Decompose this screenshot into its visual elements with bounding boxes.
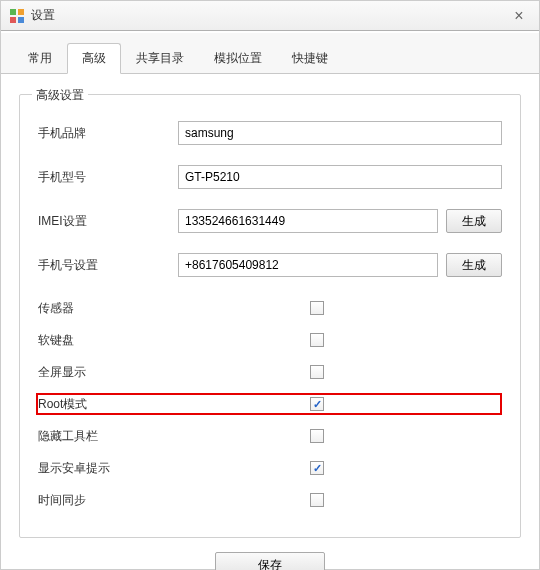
svg-rect-0 <box>10 9 16 15</box>
tab-advanced[interactable]: 高级 <box>67 43 121 74</box>
tab-shortcuts[interactable]: 快捷键 <box>277 43 343 73</box>
row-fullscreen: 全屏显示 <box>38 361 502 383</box>
tab-common[interactable]: 常用 <box>13 43 67 73</box>
row-imei: IMEI设置 生成 <box>38 209 502 233</box>
footer: 保存 <box>19 538 521 570</box>
checkbox-fullscreen[interactable] <box>310 365 324 379</box>
checkbox-android-tips[interactable] <box>310 461 324 475</box>
label-phone: 手机号设置 <box>38 257 178 274</box>
input-brand[interactable] <box>178 121 502 145</box>
svg-rect-3 <box>18 17 24 23</box>
checkbox-sensor[interactable] <box>310 301 324 315</box>
input-imei[interactable] <box>178 209 438 233</box>
row-phone: 手机号设置 生成 <box>38 253 502 277</box>
label-root: Root模式 <box>38 396 310 413</box>
tab-bar: 常用 高级 共享目录 模拟位置 快捷键 <box>1 33 539 74</box>
tab-shared-dir[interactable]: 共享目录 <box>121 43 199 73</box>
checkbox-time-sync[interactable] <box>310 493 324 507</box>
checkbox-hide-bar[interactable] <box>310 429 324 443</box>
svg-rect-1 <box>18 9 24 15</box>
checkbox-softkeyboard[interactable] <box>310 333 324 347</box>
app-icon <box>9 8 25 24</box>
svg-rect-2 <box>10 17 16 23</box>
checkbox-root[interactable] <box>310 397 324 411</box>
label-android-tips: 显示安卓提示 <box>38 460 310 477</box>
row-model: 手机型号 <box>38 165 502 189</box>
window-title: 设置 <box>31 7 507 24</box>
save-button[interactable]: 保存 <box>215 552 325 570</box>
input-phone[interactable] <box>178 253 438 277</box>
label-imei: IMEI设置 <box>38 213 178 230</box>
close-button[interactable]: × <box>507 4 531 28</box>
row-time-sync: 时间同步 <box>38 489 502 511</box>
generate-phone-button[interactable]: 生成 <box>446 253 502 277</box>
content-area: 高级设置 手机品牌 手机型号 IMEI设置 生成 手机号设置 生成 传感器 <box>1 74 539 570</box>
settings-window: 设置 × 常用 高级 共享目录 模拟位置 快捷键 高级设置 手机品牌 手机型号 … <box>0 0 540 570</box>
row-brand: 手机品牌 <box>38 121 502 145</box>
label-hide-bar: 隐藏工具栏 <box>38 428 310 445</box>
row-root: Root模式 <box>36 393 502 415</box>
label-softkeyboard: 软键盘 <box>38 332 310 349</box>
row-sensor: 传感器 <box>38 297 502 319</box>
titlebar: 设置 × <box>1 1 539 31</box>
row-hide-bar: 隐藏工具栏 <box>38 425 502 447</box>
label-model: 手机型号 <box>38 169 178 186</box>
row-softkeyboard: 软键盘 <box>38 329 502 351</box>
label-time-sync: 时间同步 <box>38 492 310 509</box>
row-android-tips: 显示安卓提示 <box>38 457 502 479</box>
generate-imei-button[interactable]: 生成 <box>446 209 502 233</box>
input-model[interactable] <box>178 165 502 189</box>
label-sensor: 传感器 <box>38 300 310 317</box>
advanced-settings-group: 高级设置 手机品牌 手机型号 IMEI设置 生成 手机号设置 生成 传感器 <box>19 94 521 538</box>
label-fullscreen: 全屏显示 <box>38 364 310 381</box>
label-brand: 手机品牌 <box>38 125 178 142</box>
close-icon: × <box>514 7 523 25</box>
group-legend: 高级设置 <box>32 87 88 104</box>
tab-mock-location[interactable]: 模拟位置 <box>199 43 277 73</box>
